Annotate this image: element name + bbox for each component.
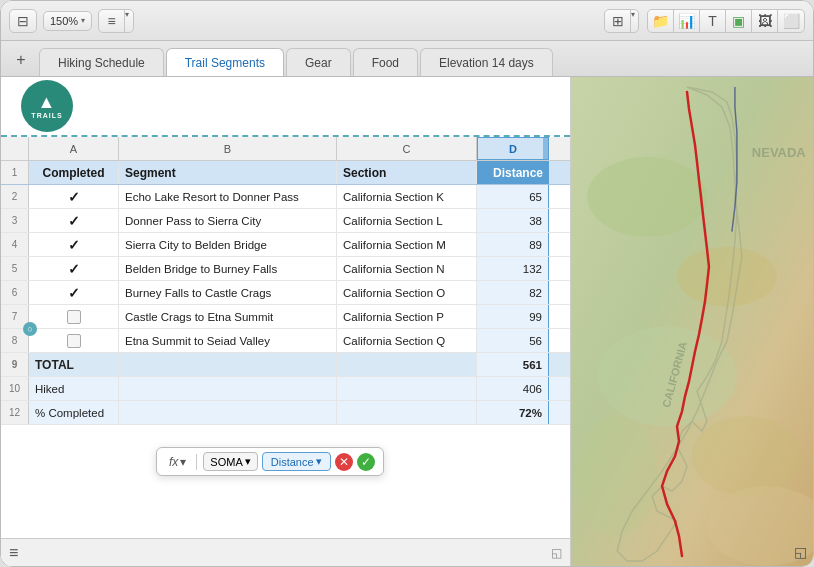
map-resize-icon[interactable]: ◱ [794, 544, 807, 560]
tab-trail-segments-label: Trail Segments [185, 56, 265, 70]
freeze-indicator: ○ [23, 322, 37, 336]
cell-segment: Etna Summit to Seiad Valley [119, 329, 337, 352]
cell-section: California Section N [337, 257, 477, 280]
sheets-list-icon[interactable]: ≡ [7, 542, 20, 564]
table-row: 7 Castle Crags to Etna Summit California… [1, 305, 570, 329]
list-controls: ≡ ▾ [98, 9, 134, 33]
formula-field-label: Distance [271, 456, 314, 468]
cell-distance: 56 [477, 329, 549, 352]
tab-hiking-schedule-label: Hiking Schedule [58, 56, 145, 70]
header-distance: Distance [477, 161, 549, 184]
close-x-icon: ✕ [339, 455, 349, 469]
total-row: 9 TOTAL 561 [1, 353, 570, 377]
tabs-bar: + Hiking Schedule Trail Segments Gear Fo… [1, 41, 813, 77]
col-header-b[interactable]: B [119, 137, 337, 160]
sidebar-toggle-icon[interactable]: ⊟ [10, 10, 36, 32]
cell-completed[interactable]: ✓ [29, 185, 119, 208]
image-icon[interactable]: 🖼 [752, 10, 778, 32]
folder-icon[interactable]: 📁 [648, 10, 674, 32]
cell-section: California Section Q [337, 329, 477, 352]
table-row: 4 ✓ Sierra City to Belden Bridge Califor… [1, 233, 570, 257]
pct-row-num: 12 [1, 401, 29, 424]
svg-point-1 [587, 157, 707, 237]
more-icon[interactable]: ⬜ [778, 10, 804, 32]
hiked-row: 10 Hiked 406 [1, 377, 570, 401]
cell-completed[interactable]: ✓ [29, 209, 119, 232]
insert-controls: ⊞ ▾ [604, 9, 639, 33]
text-icon[interactable]: T [700, 10, 726, 32]
cell-completed[interactable]: ✓ [29, 257, 119, 280]
insert-icon[interactable]: ⊞ [605, 10, 631, 32]
fx-button[interactable]: fx ▾ [165, 453, 190, 471]
accept-check-icon: ✓ [361, 455, 371, 469]
spreadsheet-area: ▲ TRAILS A B C D 1 Complete [1, 77, 571, 566]
formula-bar: fx ▾ SOMA ▾ Distance ▾ ✕ ✓ [156, 447, 384, 476]
list-chevron-icon: ▾ [125, 10, 133, 32]
svg-point-2 [677, 247, 777, 307]
formula-close-button[interactable]: ✕ [335, 453, 353, 471]
formula-field[interactable]: Distance ▾ [262, 452, 331, 471]
cell-segment: Belden Bridge to Burney Falls [119, 257, 337, 280]
toolbar-right: ⊞ ▾ 📁 📊 T ▣ 🖼 ⬜ [604, 9, 805, 33]
cell-segment: Castle Crags to Etna Summit [119, 305, 337, 328]
cell-section: California Section K [337, 185, 477, 208]
header-segment: Segment [119, 161, 337, 184]
col-header-c[interactable]: C [337, 137, 477, 160]
row-num: 6 [1, 281, 29, 304]
cell-segment: Burney Falls to Castle Crags [119, 281, 337, 304]
tab-elevation-label: Elevation 14 days [439, 56, 534, 70]
formula-accept-button[interactable]: ✓ [357, 453, 375, 471]
pct-value: 72% [477, 401, 549, 424]
nevada-label: NEVADA [752, 145, 806, 160]
tab-gear[interactable]: Gear [286, 48, 351, 76]
cell-completed[interactable]: ✓ [29, 281, 119, 304]
cell-completed[interactable]: ✓ [29, 233, 119, 256]
list-icon[interactable]: ≡ [99, 10, 125, 32]
map-area: NEVADA CALIFORNIA ◱ [571, 77, 813, 566]
cell-section: California Section L [337, 209, 477, 232]
hiked-label: Hiked [29, 377, 119, 400]
chart-icon[interactable]: 📊 [674, 10, 700, 32]
cell-segment: Sierra City to Belden Bridge [119, 233, 337, 256]
total-segment-empty [119, 353, 337, 376]
func-selector[interactable]: SOMA ▾ [203, 452, 257, 471]
tab-hiking-schedule[interactable]: Hiking Schedule [39, 48, 164, 76]
cell-completed[interactable] [29, 329, 119, 352]
insert-chevron-icon: ▾ [631, 10, 638, 32]
resize-handle-icon[interactable]: ◱ [549, 544, 564, 562]
table-header-row: 1 Completed Segment Section Distance [1, 161, 570, 185]
cell-distance: 82 [477, 281, 549, 304]
svg-point-4 [692, 416, 802, 496]
tab-elevation[interactable]: Elevation 14 days [420, 48, 553, 76]
cell-completed[interactable] [29, 305, 119, 328]
tab-trail-segments[interactable]: Trail Segments [166, 48, 284, 76]
col-header-d[interactable]: D [477, 137, 549, 160]
pct-label: % Completed [29, 401, 119, 424]
logo-text: TRAILS [31, 112, 62, 119]
tab-food-label: Food [372, 56, 399, 70]
col-header-a[interactable]: A [29, 137, 119, 160]
spreadsheet-body[interactable]: 1 Completed Segment Section Distance 2 ✓… [1, 161, 570, 538]
add-sheet-button[interactable]: + [9, 48, 33, 72]
table-row: 3 ✓ Donner Pass to Sierra City Californi… [1, 209, 570, 233]
zoom-control[interactable]: 150% ▾ [43, 11, 92, 31]
toolbar: ⊟ 150% ▾ ≡ ▾ ⊞ ▾ 📁 📊 T ▣ 🖼 ⬜ [1, 1, 813, 41]
hiked-section-empty [337, 377, 477, 400]
header-section: Section [337, 161, 477, 184]
cell-distance: 38 [477, 209, 549, 232]
cell-section: California Section O [337, 281, 477, 304]
table-row: 2 ✓ Echo Lake Resort to Donner Pass Cali… [1, 185, 570, 209]
shape-icon[interactable]: ▣ [726, 10, 752, 32]
total-row-num: 9 [1, 353, 29, 376]
fx-label: fx [169, 455, 178, 469]
logo-area: ▲ TRAILS [1, 77, 570, 137]
checkmark-icon: ✓ [68, 213, 80, 229]
checkmark-icon: ✓ [68, 261, 80, 277]
trails-icon: ▲ [38, 93, 57, 111]
hiked-value: 406 [477, 377, 549, 400]
col-d-resize-handle[interactable] [543, 138, 549, 159]
tab-food[interactable]: Food [353, 48, 418, 76]
total-value: 561 [477, 353, 549, 376]
field-chevron-icon: ▾ [316, 455, 322, 468]
pct-row: 12 % Completed 72% [1, 401, 570, 425]
